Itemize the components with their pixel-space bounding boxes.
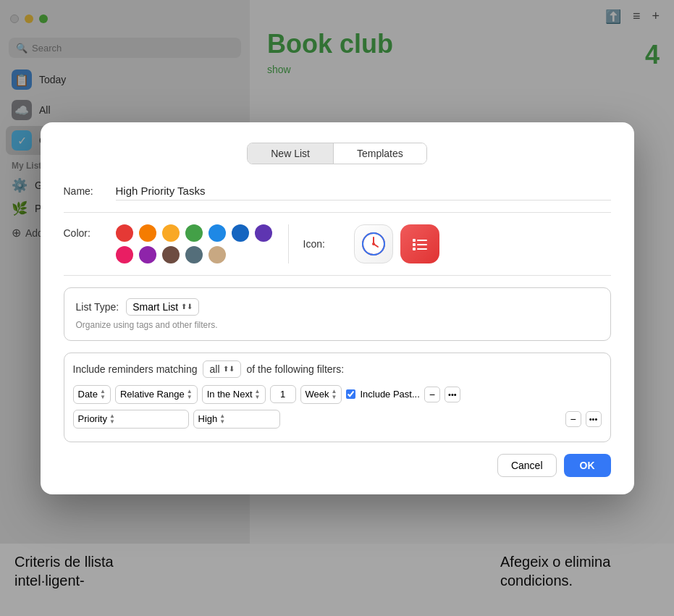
- filter1-condition-arrows: ▲▼: [187, 389, 193, 400]
- svg-point-3: [372, 242, 375, 245]
- color-icon-row: Color: Icon:: [64, 224, 611, 263]
- filter2-field-select[interactable]: Priority ▲▼: [73, 410, 189, 429]
- color-swatch-green[interactable]: [185, 224, 203, 242]
- filter1-field-value: Date: [78, 389, 98, 400]
- svg-rect-6: [417, 240, 427, 241]
- filter1-condition-select[interactable]: Relative Range ▲▼: [115, 385, 198, 404]
- tab-group: New List Templates: [247, 143, 427, 164]
- color-swatch-purple[interactable]: [139, 246, 156, 263]
- filter1-unit-arrows: ▲▼: [332, 389, 337, 400]
- color-label: Color:: [64, 227, 107, 239]
- color-swatch-lightblue[interactable]: [208, 224, 226, 242]
- filter2-more-btn[interactable]: •••: [586, 411, 602, 427]
- filter2-remove-btn[interactable]: −: [565, 411, 581, 427]
- name-row: Name:: [64, 182, 611, 201]
- svg-rect-5: [413, 239, 416, 242]
- icon-clock[interactable]: [354, 224, 393, 263]
- icon-label: Icon:: [303, 238, 347, 250]
- include-row: Include reminders matching all ⬆⬇ of the…: [73, 360, 602, 378]
- color-swatch-blue[interactable]: [232, 224, 249, 242]
- tab-new-list[interactable]: New List: [248, 143, 334, 164]
- filter1-checkbox[interactable]: [346, 389, 355, 399]
- include-all-arrow: ⬆⬇: [223, 365, 235, 373]
- filter1-qualifier-value: In the Next: [207, 389, 253, 400]
- color-swatch-tan[interactable]: [208, 246, 226, 263]
- filter-section: Include reminders matching all ⬆⬇ of the…: [64, 353, 611, 442]
- filter1-condition-value: Relative Range: [120, 389, 185, 400]
- ok-button[interactable]: OK: [564, 454, 611, 477]
- name-input[interactable]: [116, 182, 611, 201]
- color-swatches: [116, 224, 274, 263]
- filter1-more-btn[interactable]: •••: [445, 387, 460, 402]
- list-type-sub: Organize using tags and other filters.: [76, 320, 599, 330]
- filter1-checkbox-label: Include Past...: [360, 389, 419, 400]
- filter2-field-arrows: ▲▼: [109, 413, 115, 425]
- list-type-select[interactable]: Smart List ⬆⬇: [126, 298, 199, 316]
- filter1-field-select[interactable]: Date ▲▼: [73, 385, 111, 404]
- filter1-unit-value: Week: [306, 389, 329, 400]
- modal-actions: Cancel OK: [64, 454, 611, 477]
- divider-1: [64, 212, 611, 213]
- filter-row-1: Date ▲▼ Relative Range ▲▼ In the Next ▲▼…: [73, 385, 602, 404]
- svg-rect-10: [417, 248, 427, 250]
- filter1-qualifier-select[interactable]: In the Next ▲▼: [202, 385, 266, 404]
- filter2-condition-arrows: ▲▼: [219, 413, 225, 425]
- color-swatch-orange[interactable]: [139, 224, 156, 242]
- filter1-number-input[interactable]: [270, 385, 296, 403]
- modal-tabs: New List Templates: [64, 143, 611, 164]
- color-icon-divider: [288, 224, 289, 263]
- svg-rect-8: [417, 244, 427, 245]
- filter1-field-arrows: ▲▼: [100, 389, 106, 400]
- modal-overlay: New List Templates Name: Color:: [0, 0, 674, 616]
- filter2-condition-select[interactable]: High ▲▼: [193, 410, 280, 429]
- svg-rect-9: [413, 248, 416, 250]
- list-type-arrow: ⬆⬇: [181, 303, 193, 311]
- divider-2: [64, 275, 611, 276]
- include-suffix: of the following filters:: [247, 363, 345, 375]
- filter-row-2: Priority ▲▼ High ▲▼ − •••: [73, 410, 602, 429]
- name-label: Name:: [64, 185, 107, 197]
- list-type-section: List Type: Smart List ⬆⬇ Organize using …: [64, 287, 611, 341]
- color-swatch-yellow[interactable]: [162, 224, 180, 242]
- include-all-select[interactable]: all ⬆⬇: [203, 360, 240, 378]
- color-swatch-red[interactable]: [116, 224, 133, 242]
- color-swatch-pink[interactable]: [116, 246, 133, 263]
- icon-list[interactable]: [400, 224, 439, 263]
- list-type-label: List Type:: [76, 301, 119, 313]
- color-swatch-gray[interactable]: [185, 246, 203, 263]
- tab-templates[interactable]: Templates: [334, 143, 426, 164]
- list-type-row: List Type: Smart List ⬆⬇: [76, 298, 599, 316]
- filter1-unit-select[interactable]: Week ▲▼: [300, 385, 342, 404]
- include-all-value: all: [209, 363, 219, 375]
- icon-section: Icon:: [303, 224, 439, 263]
- svg-rect-7: [413, 243, 416, 246]
- filter2-condition-value: High: [198, 413, 218, 424]
- include-label: Include reminders matching: [73, 363, 198, 375]
- color-swatch-brown[interactable]: [162, 246, 180, 263]
- filter1-remove-btn[interactable]: −: [424, 387, 440, 402]
- modal-dialog: New List Templates Name: Color:: [41, 122, 634, 494]
- list-type-value: Smart List: [132, 301, 178, 313]
- filter1-qualifier-arrows: ▲▼: [255, 389, 261, 400]
- color-swatch-indigo[interactable]: [255, 224, 272, 242]
- cancel-button[interactable]: Cancel: [497, 454, 557, 477]
- filter2-field-value: Priority: [78, 413, 107, 424]
